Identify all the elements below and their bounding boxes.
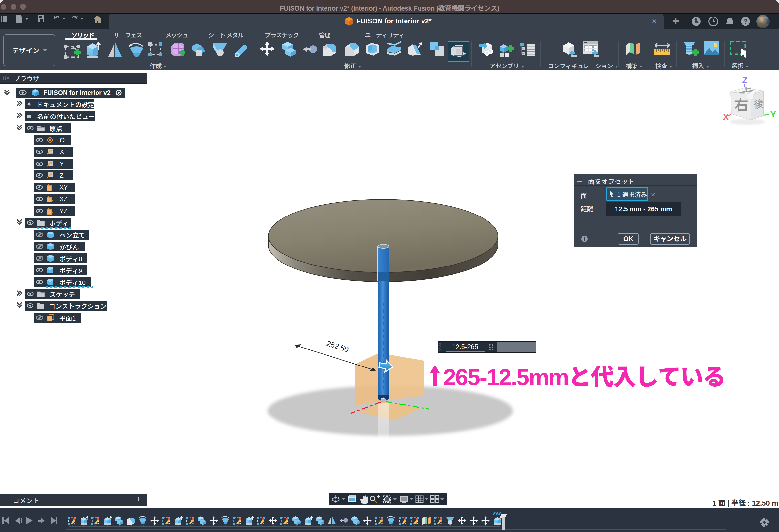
svg-text:Z: Z (742, 75, 747, 85)
svg-text:Y: Y (770, 109, 776, 119)
svg-text:後: 後 (754, 98, 764, 111)
svg-text:右: 右 (734, 97, 748, 113)
svg-text:252.50: 252.50 (326, 339, 350, 354)
svg-text:X: X (723, 112, 729, 122)
